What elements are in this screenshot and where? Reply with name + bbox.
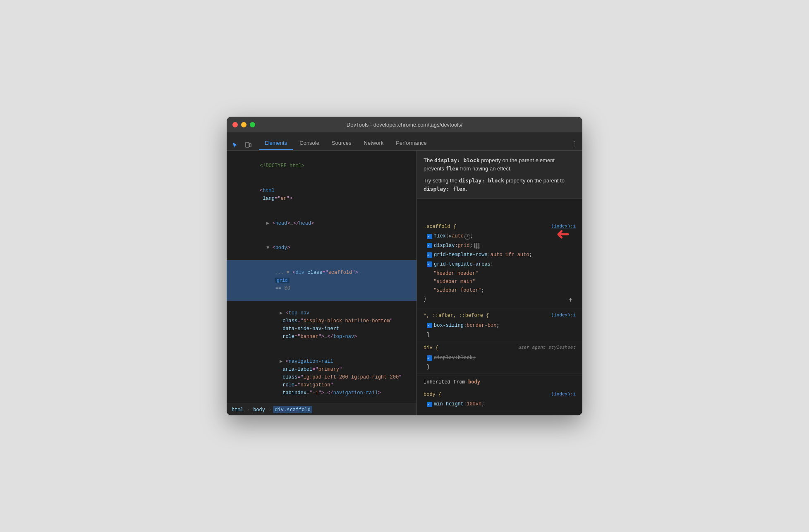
traffic-lights	[232, 122, 255, 127]
tooltip-bold3: display: block	[459, 177, 505, 184]
universal-close-brace: }	[420, 330, 579, 339]
titlebar: DevTools - developer.chrome.com/tags/dev…	[227, 117, 582, 132]
svg-rect-1	[249, 144, 251, 147]
tab-elements[interactable]: Elements	[259, 137, 293, 150]
div-selector[interactable]: div {	[424, 345, 438, 351]
minimize-button[interactable]	[241, 122, 247, 127]
tab-sources[interactable]: Sources	[326, 137, 357, 150]
box-sizing-checkbox[interactable]	[427, 323, 432, 328]
tooltip-line2: Try setting the display: block property …	[424, 177, 576, 193]
min-height-val: 100vh	[467, 400, 481, 408]
tree-html[interactable]: <html lang="en">	[227, 179, 416, 211]
box-sizing-line: box-sizing : border-box ;	[420, 321, 579, 330]
min-height-checkbox[interactable]	[427, 402, 432, 407]
div-source: user agent stylesheet	[518, 344, 576, 352]
more-tabs-button[interactable]: ⋮	[569, 139, 579, 149]
tree-body[interactable]: ▼ <body>	[227, 236, 416, 261]
tooltip-bold2: flex	[445, 165, 458, 172]
tab-icons	[230, 140, 253, 150]
flex-prop: flex	[434, 232, 446, 240]
universal-source[interactable]: (index):1	[551, 312, 576, 319]
css-styles: .scaffold { (index):1 flex : ▶ auto i ;	[417, 217, 582, 415]
tree-top-nav[interactable]: ▶ <top-nav class="display-block hairline…	[227, 301, 416, 349]
div-close-brace: }	[420, 362, 579, 371]
universal-selector[interactable]: *, ::after, ::before {	[424, 313, 489, 319]
tooltip-popup: The display: block property on the paren…	[417, 151, 582, 199]
grid-rows-checkbox[interactable]	[427, 252, 432, 258]
div-display-val: block	[458, 354, 473, 362]
grid-icon[interactable]	[474, 243, 480, 249]
grid-areas-checkbox[interactable]	[427, 261, 432, 267]
box-sizing-val: border-box	[467, 321, 496, 330]
tab-right-area: ⋮	[569, 139, 579, 150]
div-display-line: display : block ;	[420, 353, 579, 362]
display-property-line: display : grid ;	[420, 241, 579, 250]
div-display-prop: display	[434, 354, 455, 362]
div-display-checkbox[interactable]	[427, 355, 432, 361]
grid-rows-line: grid-template-rows : auto 1fr auto ;	[420, 250, 579, 259]
tree-nav-rail[interactable]: ▶ <navigation-rail aria-label="primary" …	[227, 350, 416, 403]
grid-rows-prop: grid-template-rows	[434, 251, 488, 259]
add-property-button[interactable]: +	[568, 295, 572, 306]
breadcrumb-html[interactable]: html	[230, 406, 245, 413]
box-sizing-prop: box-sizing	[434, 321, 464, 330]
tooltip-bold1: display: block	[434, 157, 480, 163]
html-tree[interactable]: <!DOCTYPE html> <html lang="en"> ▶ <head…	[227, 151, 416, 403]
tab-console[interactable]: Console	[294, 137, 325, 150]
device-icon[interactable]	[243, 140, 253, 150]
styles-panel: The display: block property on the paren…	[417, 151, 582, 415]
display-val: grid	[458, 242, 470, 250]
inherited-label: Inherited from body	[417, 376, 582, 388]
red-arrow-icon: ➜	[556, 224, 570, 243]
grid-areas-prop: grid-template-areas	[434, 260, 491, 268]
body-selector[interactable]: body {	[424, 392, 441, 398]
universal-rule: *, ::after, ::before { (index):1 box-siz…	[417, 309, 582, 341]
breadcrumb: html › body › div.scaffold	[227, 403, 416, 415]
flex-property-line: flex : ▶ auto i ;	[420, 232, 579, 241]
scaffold-close-brace: }	[424, 295, 426, 306]
grid-rows-val: auto 1fr auto	[491, 251, 529, 259]
scaffold-selector[interactable]: .scaffold {	[424, 224, 456, 230]
window-title: DevTools - developer.chrome.com/tags/dev…	[347, 122, 462, 128]
body-rule: body { (index):1 min-height : 100vh ;	[417, 388, 582, 411]
flex-arrow-icon[interactable]: ▶	[449, 232, 452, 240]
tab-performance[interactable]: Performance	[390, 137, 432, 150]
doctype-text: <!DOCTYPE html>	[260, 163, 304, 169]
breadcrumb-body[interactable]: body	[251, 406, 267, 413]
info-icon[interactable]: i	[464, 234, 470, 240]
tabs-bar: Elements Console Sources Network Perform…	[227, 132, 582, 151]
breadcrumb-scaffold[interactable]: div.scaffold	[273, 406, 312, 413]
cursor-icon[interactable]	[230, 140, 240, 150]
tooltip-bold4: display: flex	[424, 186, 466, 192]
min-height-prop: min-height	[434, 400, 464, 408]
grid-areas-line: grid-template-areas :	[420, 260, 579, 269]
display-checkbox[interactable]	[427, 243, 432, 248]
div-rule: div { user agent stylesheet display : bl…	[417, 341, 582, 374]
tree-head[interactable]: ▶ <head>…</head>	[227, 211, 416, 236]
flex-checkbox[interactable]	[427, 234, 432, 239]
inherited-tag[interactable]: body	[468, 379, 480, 385]
grid-areas-values: "header header" "sidebar main" "sidebar …	[420, 269, 579, 294]
close-button[interactable]	[232, 122, 238, 127]
main-content: <!DOCTYPE html> <html lang="en"> ▶ <head…	[227, 151, 582, 415]
elements-panel: <!DOCTYPE html> <html lang="en"> ▶ <head…	[227, 151, 417, 415]
tree-scaffold[interactable]: ... ▼ <div class="scaffold"> grid == $0	[227, 260, 416, 301]
tab-network[interactable]: Network	[358, 137, 390, 150]
flex-val: auto	[452, 232, 464, 240]
tree-doctype: <!DOCTYPE html>	[227, 154, 416, 179]
min-height-line: min-height : 100vh ;	[420, 400, 579, 409]
body-source[interactable]: (index):1	[551, 391, 576, 398]
devtools-window: DevTools - developer.chrome.com/tags/dev…	[227, 117, 582, 415]
tooltip-line1: The display: block property on the paren…	[424, 156, 576, 173]
svg-rect-0	[246, 142, 249, 147]
maximize-button[interactable]	[250, 122, 255, 127]
display-prop: display	[434, 242, 455, 250]
